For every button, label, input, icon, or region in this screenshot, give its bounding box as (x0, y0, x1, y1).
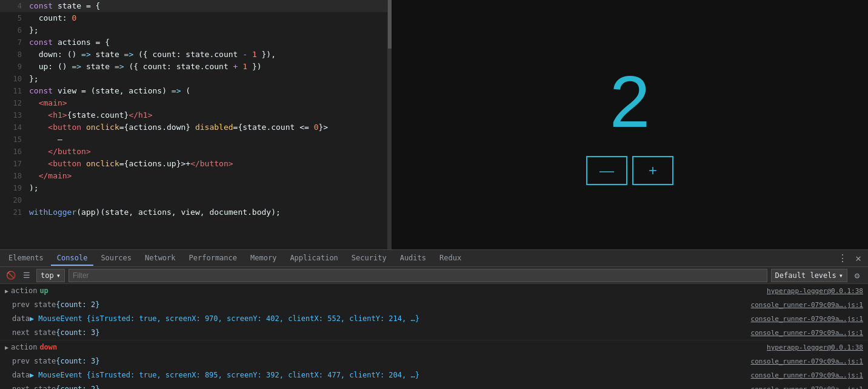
tab-performance[interactable]: Performance (183, 251, 243, 266)
line-content: </button> (29, 146, 382, 158)
context-arrow-icon: ▾ (56, 271, 61, 280)
line-content: — (29, 134, 382, 146)
line-number: 9 (5, 61, 22, 73)
tab-network[interactable]: Network (139, 251, 182, 266)
log-value: {count: 2} (56, 384, 99, 389)
toggle-sidebar-button[interactable]: ☰ (21, 269, 33, 282)
code-line: 10}; (0, 73, 387, 85)
code-line: 14 <button onclick={actions.down} disabl… (0, 121, 387, 134)
levels-selector[interactable]: Default levels ▾ (771, 269, 847, 282)
line-number: 8 (5, 49, 22, 61)
console-output: ▶action uphyperapp-logger@0.0.1:38prev s… (0, 284, 868, 389)
line-content: }; (29, 73, 382, 85)
log-source-link[interactable]: console_runner-079c09a….js:1 (751, 357, 863, 365)
log-source-link[interactable]: console_runner-079c09a….js:1 (751, 371, 863, 379)
log-sub-row: next state {count: 3}console_runner-079c… (0, 326, 868, 340)
console-settings-button[interactable]: ⚙ (851, 269, 863, 282)
line-number: 16 (5, 146, 22, 158)
code-line: 12 <main> (0, 97, 387, 109)
line-number: 7 (5, 36, 22, 49)
log-key: data (12, 370, 30, 381)
log-value: {count: 3} (56, 356, 99, 367)
line-content: <h1>{state.count}</h1> (29, 109, 382, 121)
tab-memory[interactable]: Memory (244, 251, 282, 266)
line-content: count: 0 (29, 12, 382, 24)
console-toolbar: 🚫 ☰ top ▾ Default levels ▾ ⚙ (0, 267, 868, 284)
plus-button[interactable]: + (632, 156, 673, 185)
tab-security[interactable]: Security (346, 251, 393, 266)
tab-redux[interactable]: Redux (433, 251, 467, 266)
line-content: const view = (state, actions) => ( (29, 85, 382, 97)
code-editor: 4const state = {5 count: 06};7const acti… (0, 0, 388, 249)
action-link[interactable]: hyperapp-logger@0.0.1:38 (767, 287, 863, 295)
code-line: 20 (0, 194, 387, 206)
line-content: const actions = { (29, 36, 382, 49)
close-devtools-button[interactable]: ✕ (851, 251, 866, 266)
log-key: next state (12, 327, 56, 338)
log-key: data (12, 313, 30, 324)
line-content: </main> (29, 170, 382, 182)
line-content: withLogger(app)(state, actions, view, do… (29, 206, 382, 218)
tab-console[interactable]: Console (51, 251, 94, 266)
line-number: 15 (5, 134, 22, 146)
log-sub-row: next state {count: 2}console_runner-079c… (0, 382, 868, 389)
tab-elements[interactable]: Elements (2, 251, 50, 266)
line-number: 18 (5, 170, 22, 182)
action-label: action (11, 342, 37, 353)
log-key: next state (12, 384, 56, 389)
log-source-link[interactable]: console_runner-079c09a….js:1 (751, 329, 863, 337)
log-group: ▶action uphyperapp-logger@0.0.1:38prev s… (0, 284, 868, 340)
line-number: 20 (5, 194, 22, 206)
log-source-link[interactable]: console_runner-079c09a….js:1 (751, 315, 863, 323)
minus-button[interactable]: — (586, 156, 627, 185)
code-line: 4const state = { (0, 0, 387, 12)
scrollbar-thumb[interactable] (388, 0, 392, 49)
log-source-link[interactable]: console_runner-079c09a….js:1 (751, 301, 863, 309)
code-line: 18 </main> (0, 170, 387, 182)
tab-application[interactable]: Application (284, 251, 344, 266)
log-sub-row: prev state {count: 3}console_runner-079c… (0, 354, 868, 368)
context-selector[interactable]: top ▾ (36, 269, 65, 282)
code-line: 13 <h1>{state.count}</h1> (0, 109, 387, 121)
expand-arrow-icon[interactable]: ▶ (5, 342, 8, 353)
log-sub-row: data ▶ MouseEvent {isTrusted: true, scre… (0, 368, 868, 382)
line-content: down: () => state => ({ count: state.cou… (29, 49, 382, 61)
tab-audits[interactable]: Audits (394, 251, 432, 266)
devtools-tabs-bar: Elements Console Sources Network Perform… (0, 250, 868, 267)
expand-arrow-icon[interactable]: ▶ (5, 286, 8, 297)
context-value: top (41, 271, 54, 280)
line-content: <main> (29, 97, 382, 109)
line-content: <button onclick={actions.down} disabled=… (29, 121, 382, 134)
line-number: 6 (5, 24, 22, 36)
code-line: 11const view = (state, actions) => ( (0, 85, 387, 97)
action-link[interactable]: hyperapp-logger@0.0.1:38 (767, 343, 863, 351)
line-content: up: () => state => ({ count: state.count… (29, 61, 382, 73)
action-row: ▶action uphyperapp-logger@0.0.1:38 (0, 284, 868, 298)
line-number: 4 (5, 0, 22, 12)
code-line: 19); (0, 182, 387, 194)
counter-buttons: — + (586, 156, 673, 185)
action-row: ▶action downhyperapp-logger@0.0.1:38 (0, 340, 868, 354)
line-number: 5 (5, 12, 22, 24)
action-label: action (11, 285, 37, 296)
log-sub-row: prev state {count: 2}console_runner-079c… (0, 298, 868, 312)
console-filter-input[interactable] (68, 269, 767, 282)
code-line: 15 — (0, 134, 387, 146)
log-value: ▶ MouseEvent {isTrusted: true, screenX: … (30, 313, 419, 324)
code-line: 5 count: 0 (0, 12, 387, 24)
code-line: 17 <button onclick={actions.up}>+</butto… (0, 158, 387, 170)
line-number: 14 (5, 121, 22, 134)
more-options-button[interactable]: ⋮ (835, 251, 850, 266)
tab-sources[interactable]: Sources (95, 251, 138, 266)
line-content: <button onclick={actions.up}>+</button> (29, 158, 382, 170)
code-line: 8 down: () => state => ({ count: state.c… (0, 49, 387, 61)
line-number: 21 (5, 206, 22, 218)
log-source-link[interactable]: console_runner-079c09a….js:1 (751, 385, 863, 389)
line-number: 10 (5, 73, 22, 85)
line-content: const state = { (29, 0, 382, 12)
editor-scrollbar[interactable] (388, 0, 392, 249)
clear-console-button[interactable]: 🚫 (5, 269, 17, 282)
log-key: prev state (12, 299, 56, 310)
log-sub-row: data ▶ MouseEvent {isTrusted: true, scre… (0, 312, 868, 326)
levels-value: Default levels (775, 271, 836, 280)
